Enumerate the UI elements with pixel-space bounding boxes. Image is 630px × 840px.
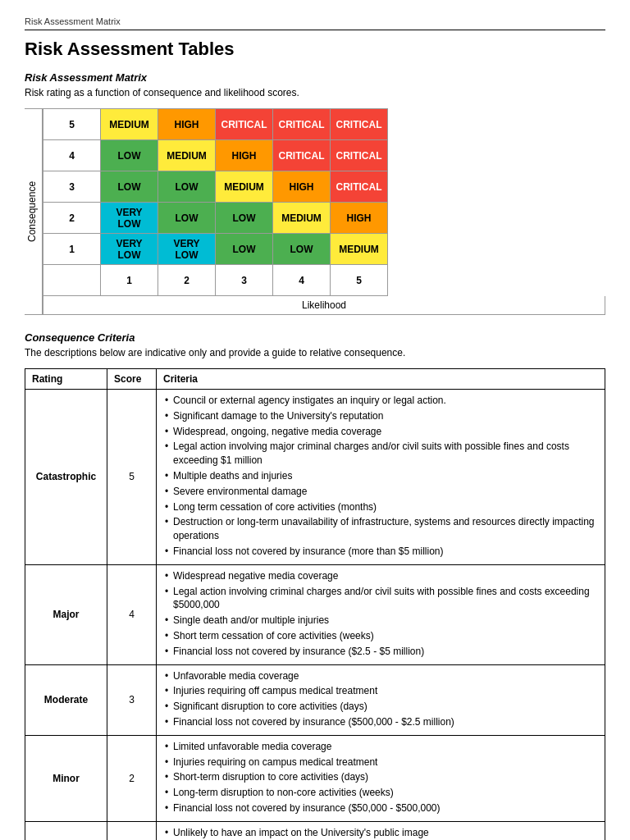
col-header-criteria: Criteria	[157, 369, 605, 390]
matrix-cell: LOW	[101, 140, 158, 171]
criteria-list-item: Widespread, ongoing, negative media cove…	[163, 425, 598, 439]
criteria-list-cell: Council or external agency instigates an…	[157, 390, 605, 565]
matrix-cell: CRITICAL	[331, 109, 388, 140]
criteria-row: Moderate3Unfavorable media coverageInjur…	[25, 664, 605, 735]
matrix-cell: LOW	[101, 171, 158, 203]
matrix-cell: VERY LOW	[158, 234, 216, 265]
criteria-list-item: Significant damage to the University's r…	[163, 409, 598, 423]
matrix-cell: LOW	[158, 203, 216, 234]
likelihood-value-cell: 4	[273, 265, 331, 296]
criteria-rating: Minor	[25, 735, 107, 821]
likelihood-value-cell: 3	[216, 265, 273, 296]
consequence-row-label: 5	[43, 109, 101, 140]
likelihood-value-cell: 2	[158, 265, 216, 296]
criteria-rating: Insignificant	[25, 821, 107, 840]
criteria-list-item: Destruction or long-term unavailability …	[163, 515, 598, 543]
matrix-cell: CRITICAL	[216, 109, 273, 140]
col-header-rating: Rating	[25, 369, 107, 390]
criteria-list-item: Injuries requiring on campus medical tre…	[163, 756, 598, 769]
matrix-cell: CRITICAL	[273, 109, 331, 140]
criteria-score: 1	[107, 821, 157, 840]
matrix-cell: VERY LOW	[101, 203, 158, 234]
matrix-cell: CRITICAL	[331, 171, 388, 203]
likelihood-axis-label: Likelihood	[43, 296, 605, 315]
criteria-list-item: Legal action involving criminal charges …	[163, 585, 598, 613]
criteria-rating: Moderate	[25, 664, 107, 735]
criteria-list-item: Single death and/or multiple injuries	[163, 614, 598, 628]
criteria-list-item: Multiple deaths and injuries	[163, 469, 598, 483]
consequence-row-label: 1	[43, 234, 101, 265]
criteria-rating: Catastrophic	[25, 390, 107, 565]
matrix-cell: LOW	[216, 234, 273, 265]
criteria-list-item: Short term cessation of core activities …	[163, 629, 598, 643]
matrix-cell: MEDIUM	[273, 203, 331, 234]
criteria-list-cell: Widespread negative media coverageLegal …	[157, 564, 605, 664]
matrix-cell: MEDIUM	[216, 171, 273, 203]
criteria-list-item: Injuries requiring off campus medical tr…	[163, 684, 598, 698]
matrix-cell: MEDIUM	[331, 234, 388, 265]
criteria-list-cell: Unfavorable media coverageInjuries requi…	[157, 664, 605, 735]
criteria-list-item: Significant disruption to core activitie…	[163, 700, 598, 714]
criteria-list-item: Financial loss not covered by insurance …	[163, 715, 598, 729]
matrix-cell: HIGH	[273, 171, 331, 203]
criteria-score: 3	[107, 664, 157, 735]
criteria-list-item: Long term cessation of core activities (…	[163, 500, 598, 514]
matrix-cell: LOW	[216, 203, 273, 234]
matrix-corner-cell	[43, 265, 101, 296]
matrix-cell: MEDIUM	[101, 109, 158, 140]
page-header: Risk Assessment Matrix	[25, 16, 605, 30]
risk-matrix: Consequence 5MEDIUMHIGHCRITICALCRITICALC…	[25, 108, 605, 315]
criteria-row: Major4Widespread negative media coverage…	[25, 564, 605, 664]
criteria-score: 5	[107, 390, 157, 565]
col-header-score: Score	[107, 369, 157, 390]
criteria-list-item: Legal action involving major criminal ch…	[163, 440, 598, 468]
criteria-score: 4	[107, 564, 157, 664]
criteria-list-item: Severe environmental damage	[163, 485, 598, 499]
criteria-list-cell: Unlikely to have an impact on the Univer…	[157, 821, 605, 840]
criteria-list-item: Limited unfavorable media coverage	[163, 740, 598, 754]
matrix-cell: HIGH	[331, 203, 388, 234]
matrix-cell: VERY LOW	[101, 234, 158, 265]
criteria-list-item: Widespread negative media coverage	[163, 569, 598, 583]
breadcrumb: Risk Assessment Matrix	[25, 16, 121, 26]
consequence-row-label: 3	[43, 171, 101, 203]
criteria-list-item: Council or external agency instigates an…	[163, 394, 598, 408]
matrix-table: 5MEDIUMHIGHCRITICALCRITICALCRITICAL4LOWM…	[43, 108, 388, 296]
criteria-rating: Major	[25, 564, 107, 664]
consequence-row-label: 2	[43, 203, 101, 234]
criteria-list-item: Unlikely to have an impact on the Univer…	[163, 826, 598, 840]
matrix-cell: HIGH	[216, 140, 273, 171]
criteria-list-cell: Limited unfavorable media coverageInjuri…	[157, 735, 605, 821]
page-title: Risk Assessment Tables	[25, 39, 605, 60]
criteria-score: 2	[107, 735, 157, 821]
matrix-cell: HIGH	[158, 109, 216, 140]
criteria-section-title: Consequence Criteria	[25, 331, 605, 344]
consequence-row-label: 4	[43, 140, 101, 171]
consequence-criteria-table: Rating Score Criteria Catastrophic5Counc…	[25, 368, 605, 840]
consequence-axis-label: Consequence	[25, 108, 43, 315]
matrix-section-desc: Risk rating as a function of consequence…	[25, 87, 605, 98]
criteria-list-item: Financial loss not covered by insurance …	[163, 545, 598, 559]
criteria-section-desc: The descriptions below are indicative on…	[25, 347, 605, 358]
criteria-list-item: Financial loss not covered by insurance …	[163, 801, 598, 815]
matrix-section-title: Risk Assessment Matrix	[25, 71, 605, 84]
criteria-row: Minor2Limited unfavorable media coverage…	[25, 735, 605, 821]
criteria-list-item: Short-term disruption to core activities…	[163, 770, 598, 784]
criteria-row: Insignificant1Unlikely to have an impact…	[25, 821, 605, 840]
matrix-cell: MEDIUM	[158, 140, 216, 171]
matrix-cell: CRITICAL	[273, 140, 331, 171]
criteria-row: Catastrophic5Council or external agency …	[25, 390, 605, 565]
likelihood-value-cell: 1	[101, 265, 158, 296]
matrix-cell: LOW	[158, 171, 216, 203]
matrix-cell: CRITICAL	[331, 140, 388, 171]
criteria-list-item: Financial loss not covered by insurance …	[163, 645, 598, 659]
criteria-list-item: Long-term disruption to non-core activit…	[163, 786, 598, 800]
criteria-list-item: Unfavorable media coverage	[163, 669, 598, 683]
matrix-cell: LOW	[273, 234, 331, 265]
likelihood-value-cell: 5	[331, 265, 388, 296]
